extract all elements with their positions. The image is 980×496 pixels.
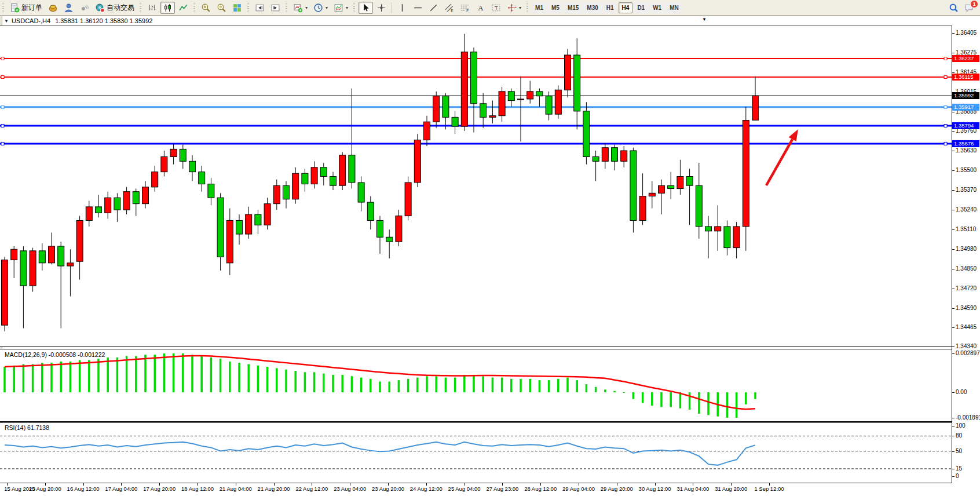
candle-body [377,220,383,237]
chart-shift-button[interactable] [268,2,283,14]
candlestick-chart-button[interactable] [160,2,175,14]
arrows-icon [507,3,517,13]
tile-windows-button[interactable] [230,2,244,14]
time-tick-label: 27 Aug 23:00 [486,486,518,492]
hline-handle[interactable] [944,105,947,108]
community-button[interactable] [61,2,76,14]
price-axis[interactable]: 1.364051.362751.361451.360151.358851.357… [952,25,980,496]
macd-bar [88,360,90,392]
cursor-button[interactable] [359,2,373,14]
macd-bar [539,380,541,392]
hline-handle[interactable] [944,125,947,127]
new-order-button[interactable]: 新订单 [8,2,45,14]
hline-handle[interactable] [944,57,947,60]
chart-top-border [0,25,980,26]
price-chart-pane[interactable] [0,25,952,347]
macd-bar [726,392,729,418]
chevron-down-icon[interactable]: ▾ [326,5,328,10]
timeframe-d1-button[interactable]: D1 [634,2,648,13]
signals-button[interactable] [77,2,92,14]
timeframe-m15-button[interactable]: M15 [564,2,582,13]
zoom-out-button[interactable] [214,2,229,14]
vertical-line-button[interactable] [395,2,409,14]
horizontal-line-button[interactable] [411,2,425,14]
text-button[interactable]: A [473,2,488,14]
autotrade-button[interactable]: 自动交易 [93,2,137,14]
candle-body [39,251,45,263]
hline-handle[interactable] [1,125,4,127]
main-pane-bottom-border[interactable] [0,347,952,347]
timeframe-h1-button[interactable]: H1 [603,2,617,13]
deposit-button[interactable] [46,2,60,14]
macd-bar [323,374,325,392]
price-tick-mark [952,72,955,73]
macd-pane-bottom-border[interactable] [0,421,952,422]
chevron-down-icon[interactable]: ▾ [305,5,308,10]
hline-handle[interactable] [944,142,947,145]
timeframe-m5-button[interactable]: M5 [548,2,563,13]
bar-chart-button[interactable] [145,2,159,14]
hline-handle[interactable] [1,105,4,108]
chart-shift-marker-icon[interactable]: ▼ [702,17,707,22]
hline-handle[interactable] [1,142,4,145]
candle-body [471,52,477,104]
new-chart-button[interactable]: ▾ [291,2,310,14]
crosshair-button[interactable] [374,2,389,14]
auto-scroll-button[interactable] [253,2,267,14]
macd-bar [398,380,400,392]
toolbar-drag-handle[interactable] [353,3,355,12]
hline-handle[interactable] [1,75,4,78]
time-axis[interactable]: 15 Aug 202315 Aug 20:0016 Aug 12:0017 Au… [0,483,980,496]
arrows-button[interactable]: ▾ [504,2,524,14]
macd-indicator-pane[interactable] [0,349,952,421]
time-tick-label: 22 Aug 12:00 [295,486,328,492]
chevron-down-icon[interactable]: ▾ [519,5,521,10]
macd-bar [388,381,390,392]
cursor-icon [361,3,371,13]
candle-body [593,156,599,161]
line-chart-button[interactable] [176,2,191,14]
timeframe-h4-button[interactable]: H4 [619,2,633,13]
macd-bar [492,378,494,392]
macd-bar [220,359,222,392]
toolbar-drag-handle[interactable] [526,3,528,12]
toolbar-drag-handle[interactable] [140,3,141,12]
chevron-down-icon[interactable]: ▾ [346,5,348,10]
time-tick-label: 16 Aug 12:00 [67,486,100,492]
hline-handle[interactable] [1,57,4,60]
timeframe-m30-button[interactable]: M30 [583,2,601,13]
candle-body [283,185,290,199]
equidistant-channel-button[interactable]: E [442,2,456,14]
timeframe-w1-button[interactable]: W1 [649,2,665,13]
trendline-button[interactable] [426,2,441,14]
candle-body [76,220,83,261]
indicators-button[interactable]: ▾ [331,2,350,14]
macd-bar [247,364,250,392]
trend-arrow-annotation[interactable] [766,129,798,185]
svg-text:F: F [466,8,469,12]
candle-body [696,185,702,227]
macd-bar [360,378,363,392]
macd-tick-label: 0.00 [956,389,967,395]
rsi-indicator-pane[interactable] [0,422,952,483]
candle-body [565,55,571,90]
fibonacci-button[interactable]: F [458,2,472,14]
periods-button[interactable]: ▾ [311,2,330,14]
time-tick-label: 23 Aug 04:00 [334,486,366,492]
chart-collapse-icon[interactable]: ▼ [4,19,9,24]
macd-bar [285,370,287,392]
candle-body [292,173,299,199]
timeframe-mn-button[interactable]: MN [666,2,682,13]
search-icon[interactable] [949,3,959,13]
toolbar-drag-handle[interactable] [286,3,287,12]
zoom-in-button[interactable] [199,2,213,14]
notifications-button[interactable]: 1 [964,3,974,13]
price-tick-label: 1.34720 [956,285,977,291]
toolbar-drag-handle[interactable] [247,3,249,12]
toolbar-drag-handle[interactable] [2,3,4,12]
toolbar-drag-handle[interactable] [193,3,195,12]
hline-handle[interactable] [944,75,947,78]
timeframe-m1-button[interactable]: M1 [532,2,547,13]
text-label-button[interactable]: T [489,2,503,14]
macd-bar [210,358,213,392]
